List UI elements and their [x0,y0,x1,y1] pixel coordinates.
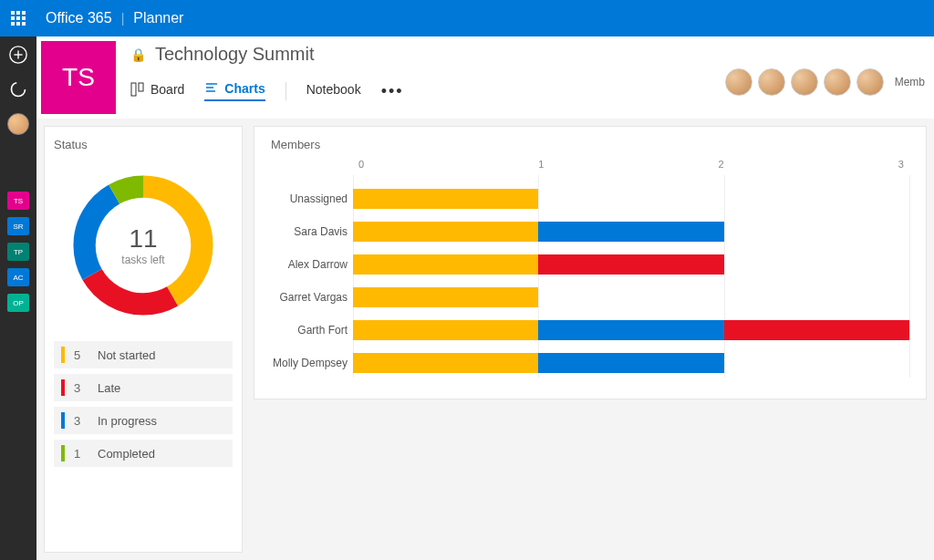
member-avatar[interactable] [856,68,884,96]
plan-badge: TS [41,41,116,114]
member-bar[interactable] [353,353,909,373]
svg-rect-4 [16,16,20,20]
member-name: Molly Dempsey [271,357,348,369]
bar-segment [353,222,538,242]
member-avatar[interactable] [791,68,818,96]
svg-rect-7 [16,22,20,26]
brand-label[interactable]: Office 365 [46,10,112,26]
member-avatar[interactable] [824,68,851,96]
axis-tick: 0 [358,159,364,170]
member-name: Sara Davis [271,225,348,238]
axis-tick: 2 [719,159,724,170]
plan-chip-ac[interactable]: AC [7,268,29,286]
status-card: Status 11 tasks left 5Not started3Late3I… [44,126,243,553]
plan-header: TS 🔒 Technology Summit Board Charts Note… [36,36,934,119]
svg-rect-13 [131,83,136,96]
legend-count: 3 [74,381,88,395]
legend-color [61,412,65,429]
bar-segment [538,353,723,373]
plan-chip-sr[interactable]: SR [7,217,29,235]
svg-rect-3 [11,16,15,20]
member-row: Sara Davis [353,215,909,248]
bar-segment [538,320,723,340]
members-chart: 0123 UnassignedSara DavisAlex DarrowGarr… [353,159,909,378]
members-label[interactable]: Memb [895,76,925,88]
hub-icon[interactable] [5,77,31,102]
tab-charts-label: Charts [224,81,265,96]
svg-rect-1 [16,11,20,15]
member-name: Garret Vargas [271,291,348,304]
bar-segment [724,320,909,340]
svg-rect-8 [22,22,26,26]
legend-color [61,347,65,363]
content: Status 11 tasks left 5Not started3Late3I… [36,119,934,560]
tab-board-label: Board [150,82,184,97]
member-name: Unassigned [271,192,348,205]
app-launcher-icon[interactable] [0,0,36,36]
tabs: Board Charts Notebook ••• [130,81,711,101]
svg-rect-14 [139,83,143,91]
tab-notebook-label: Notebook [306,82,361,97]
legend-row[interactable]: 1Completed [54,440,233,467]
legend-count: 3 [74,414,88,428]
user-avatar[interactable] [5,111,31,137]
axis-tick: 3 [898,159,904,170]
svg-rect-6 [11,22,15,26]
left-rail: TSSRTPACOP [0,36,36,560]
legend-label: In progress [98,414,157,428]
more-icon[interactable]: ••• [381,82,404,101]
member-row: Alex Darrow [353,248,909,281]
legend-row[interactable]: 5Not started [54,341,233,368]
member-bar[interactable] [353,320,909,340]
topbar: Office 365 | Planner [0,0,934,36]
board-icon [130,82,145,97]
new-plan-icon[interactable] [5,42,31,67]
bar-segment [538,254,723,275]
bar-segment [353,320,538,340]
bar-segment [353,254,538,275]
svg-rect-2 [22,11,26,15]
bar-segment [353,287,538,307]
bar-segment [353,353,538,373]
member-name: Garth Fort [271,324,348,337]
plan-chip-tp[interactable]: TP [7,243,29,261]
status-legend: 5Not started3Late3In progress1Completed [54,341,233,467]
svg-rect-0 [11,11,15,15]
bar-segment [353,189,538,209]
member-bar[interactable] [353,189,909,209]
legend-label: Not started [98,348,156,362]
tasks-left-label: tasks left [121,254,164,266]
members-card: Members 0123 UnassignedSara DavisAlex Da… [254,126,927,399]
tab-board[interactable]: Board [130,82,184,100]
topbar-separator: | [121,11,125,26]
member-row: Garth Fort [353,314,909,347]
legend-count: 1 [74,447,88,461]
plan-chip-op[interactable]: OP [7,294,29,312]
member-row: Garret Vargas [353,281,909,314]
member-avatar[interactable] [758,68,785,96]
legend-color [61,445,65,461]
app-label[interactable]: Planner [133,10,183,26]
tab-charts[interactable]: Charts [204,81,265,101]
member-name: Alex Darrow [271,258,348,271]
bar-segment [538,222,723,242]
member-row: Unassigned [353,182,909,215]
member-bar[interactable] [353,254,909,275]
legend-count: 5 [74,348,88,362]
members-title: Members [271,138,909,151]
member-avatar[interactable] [725,68,752,96]
plan-chip-ts[interactable]: TS [7,192,29,210]
legend-color [61,379,65,396]
tasks-left-count: 11 [121,224,164,254]
svg-rect-5 [22,16,26,20]
legend-row[interactable]: 3In progress [54,407,233,434]
member-bar[interactable] [353,287,909,307]
axis-tick: 1 [538,159,544,170]
tab-notebook[interactable]: Notebook [306,82,361,100]
legend-label: Late [98,381,120,395]
tab-divider [285,82,286,100]
plan-title: Technology Summit [155,44,315,65]
members-strip[interactable]: Memb [725,36,934,119]
member-bar[interactable] [353,222,909,242]
legend-row[interactable]: 3Late [54,374,233,401]
